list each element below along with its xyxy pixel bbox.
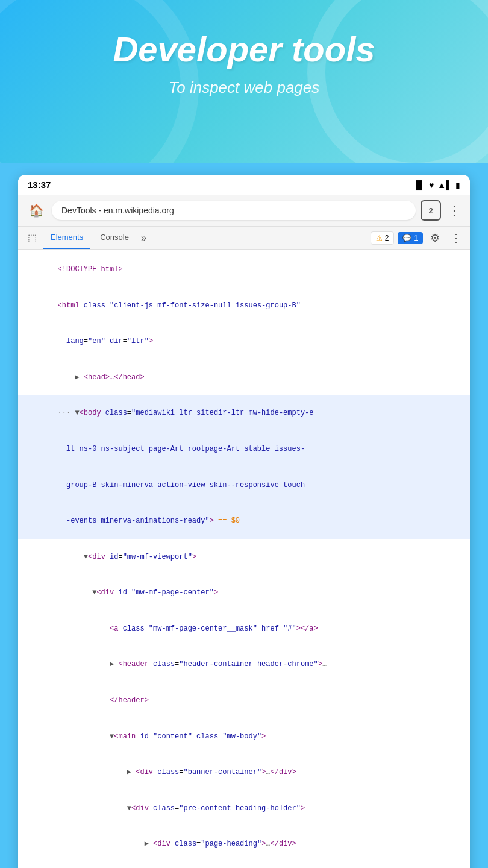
address-bar[interactable]: DevTools - en.m.wikipedia.org: [52, 201, 416, 220]
info-count: 1: [414, 234, 418, 242]
inspect-icon[interactable]: ⬚: [23, 229, 41, 247]
hero-title: Developer tools: [24, 30, 464, 69]
html-line-mask: <a class="mw-mf-page-center__mask" href=…: [18, 611, 470, 647]
html-line-page-center[interactable]: ▼<div id="mw-mf-page-center">: [18, 575, 470, 611]
signal-icon: ▐▌: [413, 180, 425, 190]
html-line-viewport[interactable]: ▼<div id="mw-mf-viewport">: [18, 539, 470, 576]
browser-more-button[interactable]: ⋮: [446, 201, 463, 220]
html-line-body-4: -events minerva-animations-ready"> == $0: [18, 503, 470, 539]
html-line-page-heading[interactable]: ▶ <div class="page-heading">…</div>: [18, 826, 470, 863]
devtools-badges: ⚠ 2 💬 1 ⚙ ⋮: [371, 228, 465, 248]
tab-count-badge[interactable]: 2: [421, 200, 441, 221]
wifi-icon: ♥: [429, 180, 434, 190]
html-line-head[interactable]: ▶ <head>…</head>: [18, 360, 470, 396]
devtools-panel: ⬚ Elements Console » ⚠ 2 💬 1 ⚙ ⋮ <!DOCTY…: [18, 227, 470, 868]
html-line-main[interactable]: ▼<main id="content" class="mw-body">: [18, 719, 470, 755]
battery-icon: ▮: [455, 180, 460, 190]
info-icon: 💬: [402, 234, 411, 242]
tab-elements[interactable]: Elements: [43, 227, 90, 249]
tab-console[interactable]: Console: [93, 227, 136, 249]
html-line-header-close: </header>: [18, 683, 470, 719]
warning-count: 2: [385, 234, 389, 242]
network-icon: ▲▌: [437, 180, 452, 190]
more-tabs-icon[interactable]: »: [139, 228, 149, 248]
hero-section: Developer tools To inspect web pages: [0, 0, 488, 163]
html-line-body-3: group-B skin-minerva action-view skin--r…: [18, 467, 470, 503]
warning-badge[interactable]: ⚠ 2: [371, 231, 395, 245]
html-source-viewer: <!DOCTYPE html> <html class="client-js m…: [18, 250, 470, 868]
info-badge[interactable]: 💬 1: [398, 232, 423, 244]
status-bar: 13:37 ▐▌ ♥ ▲▌ ▮: [18, 175, 470, 195]
settings-icon[interactable]: ⚙: [427, 228, 443, 248]
phone-frame: 13:37 ▐▌ ♥ ▲▌ ▮ 🏠 DevTools - en.m.wikipe…: [18, 175, 470, 868]
html-line-doctype: <!DOCTYPE html>: [18, 252, 470, 288]
browser-chrome: 🏠 DevTools - en.m.wikipedia.org 2 ⋮: [18, 195, 470, 227]
hero-subtitle: To inspect web pages: [24, 78, 464, 97]
html-line-header[interactable]: ▶ <header class="header-container header…: [18, 647, 470, 683]
status-time: 13:37: [28, 180, 51, 190]
home-button[interactable]: 🏠: [25, 200, 47, 221]
html-line-nav[interactable]: ▶ <nav class="page-actions-menu">…</nav>: [18, 863, 470, 868]
html-line-html: <html class="client-js mf-font-size-null…: [18, 288, 470, 324]
html-line-body[interactable]: ··· ▼<body class="mediawiki ltr sitedir-…: [18, 395, 470, 432]
devtools-more-button[interactable]: ⋮: [447, 228, 465, 248]
html-line-body-2: lt ns-0 ns-subject page-Art rootpage-Art…: [18, 432, 470, 468]
html-line-lang: lang="en" dir="ltr">: [18, 324, 470, 360]
status-icons: ▐▌ ♥ ▲▌ ▮: [413, 180, 460, 190]
warning-icon: ⚠: [376, 234, 383, 242]
html-line-pre-content[interactable]: ▼<div class="pre-content heading-holder"…: [18, 790, 470, 826]
html-line-banner[interactable]: ▶ <div class="banner-container">…</div>: [18, 755, 470, 791]
devtools-tab-bar: ⬚ Elements Console » ⚠ 2 💬 1 ⚙ ⋮: [18, 227, 470, 250]
